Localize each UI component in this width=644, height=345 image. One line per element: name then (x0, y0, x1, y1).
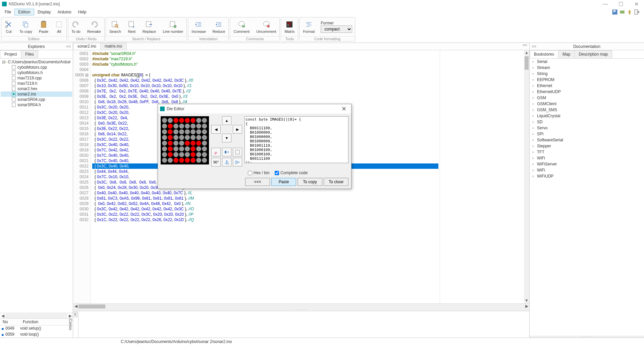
menu-arduino[interactable]: Arduino (54, 9, 74, 15)
tree-file[interactable]: sonarSR04.cpp (1, 97, 72, 102)
shift-back-button[interactable]: <<< (245, 178, 270, 186)
undo-button[interactable]: To do (68, 17, 84, 36)
exit-icon[interactable] (634, 9, 640, 15)
docs-item[interactable]: ›Stepper (530, 143, 644, 149)
dialog-titlebar[interactable]: Die Editor ✕ (158, 104, 351, 114)
tab-description-map[interactable]: Description map (574, 50, 612, 58)
docs-item[interactable]: ›GSM_SMS (530, 107, 644, 113)
editor-panel: sonar2.ino matrix.ino << 000100020003000… (73, 43, 529, 338)
next-button[interactable]: Next (124, 17, 139, 36)
dialog-close-button[interactable]: ✕ (336, 105, 351, 113)
docs-item[interactable]: ›Ethernet (530, 83, 644, 89)
paste-dialog-button[interactable]: Paste (271, 178, 296, 186)
ribbon-label-undo: Undo / Redo (68, 36, 104, 41)
docs-item[interactable]: ›WiFiUDP (530, 173, 644, 179)
tab-matrix[interactable]: matrix.ino (100, 43, 126, 50)
reduce-indent-button[interactable]: Reduce (209, 17, 229, 36)
function-row[interactable]: ●0059void loop() (0, 332, 73, 338)
menu-edition[interactable]: Edition (14, 9, 34, 15)
editor-vscroll[interactable]: ▲▼ (524, 50, 529, 303)
docs-item[interactable]: ›SoftwareSerial (530, 137, 644, 143)
console-tab[interactable]: X Conso (73, 311, 78, 338)
docs-splitter[interactable]: ··············· (530, 336, 644, 338)
explorer-hscroll[interactable]: ◀▶ (0, 313, 73, 318)
docs-item[interactable]: ›SD (530, 119, 644, 125)
complete-code-checkbox[interactable]: Complete code (275, 170, 308, 175)
function-row[interactable]: ●0049void setup() (0, 326, 73, 332)
docs-item[interactable]: ›GSM (530, 95, 644, 101)
replace-button[interactable]: Replace (139, 17, 159, 36)
close-dialog-button[interactable]: To close (324, 178, 348, 186)
menu-file[interactable]: File (1, 9, 14, 15)
invert-button[interactable] (222, 148, 231, 156)
shift-right-button[interactable]: ▶ (233, 125, 242, 134)
tab-files[interactable]: Files (21, 50, 38, 58)
copy-button[interactable]: To copy (16, 17, 36, 36)
copy-dialog-button[interactable]: To copy (298, 178, 322, 186)
rotate-button[interactable]: 90° (211, 158, 221, 166)
tree-file[interactable]: sonar2.hex (1, 86, 72, 91)
docs-tabs: Bookstores Map Description map (530, 50, 644, 59)
comment-button[interactable]: +Comment (230, 17, 253, 36)
upload-icon[interactable] (627, 9, 633, 15)
docs-item[interactable]: ›String (530, 71, 644, 77)
tree-file[interactable]: cybotMotors.h (1, 70, 72, 75)
docs-item[interactable]: ›TFT (530, 149, 644, 155)
matrix-button[interactable]: Matrix (281, 17, 298, 36)
close-button[interactable]: ✕ (629, 0, 644, 8)
flip-v-button[interactable] (233, 158, 242, 166)
shift-up-button[interactable]: ▲ (222, 116, 231, 125)
docs-item[interactable]: ›SPI (530, 131, 644, 137)
docs-item[interactable]: ›GSMClient (530, 101, 644, 107)
cut-button[interactable]: Cut (1, 17, 16, 36)
svg-point-37 (287, 24, 289, 26)
flip-h-button[interactable] (222, 158, 231, 166)
save-icon[interactable] (612, 9, 618, 15)
clear-button[interactable] (233, 148, 242, 156)
docs-item[interactable]: ›WiFiServer (530, 161, 644, 167)
shift-left-button[interactable]: ◀ (211, 125, 221, 134)
collapse-explorer-icon[interactable]: << (66, 44, 71, 49)
all-button[interactable]: All (52, 17, 66, 36)
shift-down-button[interactable]: ▼ (222, 134, 231, 142)
tree-file[interactable]: sonar2.ino (1, 91, 72, 97)
tree-file[interactable]: max7219.h (1, 81, 72, 86)
docs-item[interactable]: ›EthernetUDP (530, 89, 644, 95)
docs-item[interactable]: ›Serial (530, 59, 644, 65)
tree-file[interactable]: cybotMotors.cpp (1, 65, 72, 70)
collapse-docs-icon[interactable]: >> (532, 44, 536, 49)
docs-item[interactable]: ›EEPROM (530, 77, 644, 83)
svg-rect-46 (12, 81, 15, 85)
tab-bookstores[interactable]: Bookstores (530, 50, 558, 58)
tree-file[interactable]: sonarSR04.h (1, 102, 72, 108)
docs-item[interactable]: ›Stream (530, 65, 644, 71)
docs-item[interactable]: ›WiFi (530, 155, 644, 161)
hex-bin-checkbox[interactable]: Hex / bin (248, 170, 269, 175)
docs-item[interactable]: ›WiFi (530, 167, 644, 173)
increase-indent-button[interactable]: Increase (188, 17, 209, 36)
minimize-button[interactable]: — (598, 0, 613, 8)
line-number-button[interactable]: →Line number (159, 17, 186, 36)
menu-help[interactable]: Help (75, 9, 90, 15)
dialog-code-text[interactable] (245, 116, 348, 163)
matrix-grid[interactable] (161, 116, 209, 164)
search-button[interactable]: Search (106, 17, 124, 36)
tab-map[interactable]: Map (558, 50, 575, 58)
tree-root[interactable]: ⊟ C:/Users/jeanluc/Documents/Arduir (1, 59, 72, 65)
collapse-editor-icon[interactable]: << (523, 43, 527, 48)
maximize-button[interactable]: ☐ (613, 0, 629, 8)
paste-button[interactable]: Paste (36, 17, 52, 36)
docs-item[interactable]: ›LiquidCrystal (530, 113, 644, 119)
redo-button[interactable]: Remake (84, 17, 104, 36)
erase-button[interactable] (211, 148, 221, 156)
tab-project[interactable]: Project (0, 50, 21, 58)
former-select[interactable]: compact (321, 25, 352, 33)
board-icon[interactable] (619, 9, 625, 15)
menu-display[interactable]: Display (34, 9, 54, 15)
uncomment-button[interactable]: −Uncomment (253, 17, 279, 36)
tree-file[interactable]: max7219.cpp (1, 75, 72, 81)
ribbon-label-indent: Intendation (188, 36, 228, 41)
format-button[interactable]: Format (300, 17, 318, 36)
tab-sonar2[interactable]: sonar2.ino (73, 43, 101, 50)
docs-item[interactable]: ›Servo (530, 125, 644, 131)
